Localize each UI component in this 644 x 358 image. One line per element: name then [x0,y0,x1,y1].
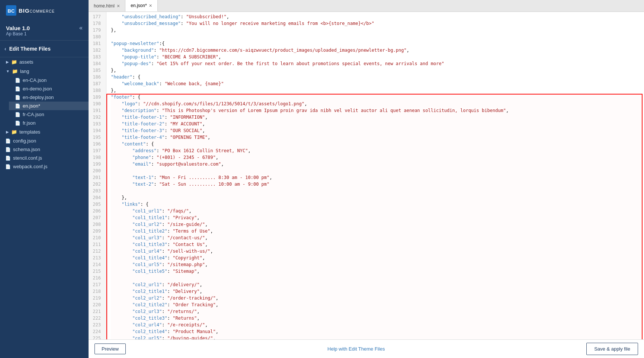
file-en-json[interactable]: 📄 en.json* [9,102,89,110]
main-editor: home.html × en.json* × 17717817918018118… [89,0,644,358]
line-number-203: 203 [89,188,103,194]
folder-assets-label[interactable]: ▶ 📁 assets [3,57,89,67]
file-fr-ca-json[interactable]: 📄 fr-CA.json [9,110,89,119]
code-line-182: "background": "https://cdn7.bigcommerce.… [111,47,644,54]
collapse-button[interactable]: « [79,25,83,31]
code-line-222: "col2_title3": "Returns", [111,315,644,322]
file-en-ca-json[interactable]: 📄 en-CA.json [9,76,89,84]
code-line-181: "popup-newsletter":{ [111,40,644,47]
code-line-207: "col1_title1": "Privacy", [111,214,644,221]
file-icon-schema: 📄 [5,147,11,152]
line-number-222: 222 [89,315,103,322]
line-number-198: 198 [89,154,103,161]
code-line-198: "phone": "(+801) - 2345 - 6789", [111,154,644,161]
line-number-196: 196 [89,141,103,147]
line-number-215: 215 [89,268,103,275]
folder-templates-label[interactable]: ▶ 📁 templates [3,127,89,137]
code-line-209: "col1_title2": "Terms of Use", [111,228,644,234]
folder-lang-name: lang [20,68,29,74]
lang-children: 📄 en-CA.json 📄 en-demo.json 📄 en-deploy.… [3,76,89,127]
tab-en-json-close[interactable]: × [149,3,152,8]
line-numbers: 1771781791801811821831841851861871881891… [89,12,106,339]
line-number-186: 186 [89,74,103,80]
edit-theme-header[interactable]: ‹ Edit Theme Files [0,41,89,57]
code-line-210: "col1_url3": "/contact-us/", [111,234,644,241]
app-subtitle: Ap Base 1 [6,31,83,36]
code-line-189: "footer": { [111,94,644,100]
tab-en-json[interactable]: en.json* × [125,0,158,12]
code-wrapper: "unsubscribed_heading": "Unsubscribed!",… [106,12,644,339]
code-line-221: "col2_url3": "/returns/", [111,308,644,315]
line-number-189: 189 [89,94,103,100]
line-number-177: 177 [89,13,103,20]
file-schema-json[interactable]: 📄 schema.json [0,145,89,154]
line-number-202: 202 [89,181,103,188]
code-line-194: "title-footer-3": "OUR SOCIAL", [111,127,644,134]
code-line-214: "col1_url5": "/sitemap.php", [111,261,644,268]
preview-button[interactable]: Preview [94,343,126,354]
code-line-179: }, [111,27,644,33]
code-line-218: "col2_title1": "Delivery", [111,288,644,295]
line-number-183: 183 [89,54,103,60]
code-line-186: "header": { [111,74,644,80]
help-link[interactable]: Help with Edit Theme Files [327,346,385,352]
file-config-json[interactable]: 📄 config.json [0,137,89,145]
code-line-217: "col2_url1": "/delivery/", [111,281,644,288]
folder-templates[interactable]: ▶ 📁 templates [0,127,89,137]
file-en-demo-json[interactable]: 📄 en-demo.json [9,84,89,93]
folder-assets[interactable]: ▶ 📁 assets [0,57,89,67]
code-line-204: }, [111,194,644,201]
tab-home-html-close[interactable]: × [117,3,120,9]
code-area[interactable]: "unsubscribed_heading": "Unsubscribed!",… [106,12,644,339]
code-line-223: "col2_url4": "/e-receipts/", [111,322,644,328]
line-number-181: 181 [89,40,103,47]
code-line-185: }, [111,67,644,74]
file-icon-fr-ca: 📄 [15,112,20,117]
code-line-202: "text-2": "Sat - Sun .......... 10:00 am… [111,181,644,188]
tab-bar: home.html × en.json* × [89,0,644,12]
file-en-deploy-json[interactable]: 📄 en-deploy.json [9,93,89,102]
folder-icon-lang: 📁 [12,68,18,74]
line-number-216: 216 [89,275,103,281]
code-line-225: "col2_url5": "/buying-guides/", [111,335,644,339]
line-number-224: 224 [89,328,103,335]
code-line-211: "col1_title3": "Contact Us", [111,241,644,248]
code-line-196: "content": { [111,141,644,147]
line-number-193: 193 [89,121,103,127]
line-number-208: 208 [89,221,103,228]
file-stencil-conf[interactable]: 📄 stencil.conf.js [0,154,89,162]
folder-lang[interactable]: ▼ 📁 lang 📄 en-CA.json 📄 en-demo.json 📄 e… [0,67,89,127]
code-line-184: "popup-des": "Get 15% off your next orde… [111,60,644,67]
line-number-219: 219 [89,295,103,301]
tab-en-json-label: en.json* [131,3,147,8]
line-number-190: 190 [89,100,103,107]
line-number-191: 191 [89,107,103,114]
svg-text:BC: BC [8,8,15,14]
line-number-180: 180 [89,33,103,40]
code-line-187: "welcome_back": "Welcome back, {name}" [111,80,644,87]
code-line-191: "description": "This is Photoshop's vers… [111,107,644,114]
file-webpack-conf[interactable]: 📄 webpack.conf.js [0,162,89,171]
file-fr-json[interactable]: 📄 fr.json [9,119,89,127]
file-icon-webpack: 📄 [5,164,11,169]
line-number-223: 223 [89,322,103,328]
code-line-212: "col1_url4": "/sell-with-us/", [111,248,644,255]
line-number-182: 182 [89,47,103,54]
logo-text: BIGCOMMERCE [19,7,55,14]
code-line-216 [111,275,644,281]
folder-icon-templates: 📁 [11,129,17,135]
code-line-197: "address": "PO Box 1612 Collin Street, N… [111,147,644,154]
tab-home-html[interactable]: home.html × [89,0,125,12]
line-number-205: 205 [89,201,103,208]
folder-lang-label[interactable]: ▼ 📁 lang [3,67,89,76]
back-arrow-icon: ‹ [4,46,6,52]
app-info: Value 1.0 « Ap Base 1 [0,21,89,41]
save-apply-button[interactable]: Save & apply file [586,343,638,355]
chevron-right-icon: ▶ [6,60,9,64]
line-number-218: 218 [89,288,103,295]
code-line-183: "popup-title": "BECOME A SUBSCRIBER", [111,54,644,60]
line-number-197: 197 [89,147,103,154]
code-line-203 [111,188,644,194]
editor-container[interactable]: 1771781791801811821831841851861871881891… [89,12,644,339]
file-icon-config: 📄 [5,138,11,144]
